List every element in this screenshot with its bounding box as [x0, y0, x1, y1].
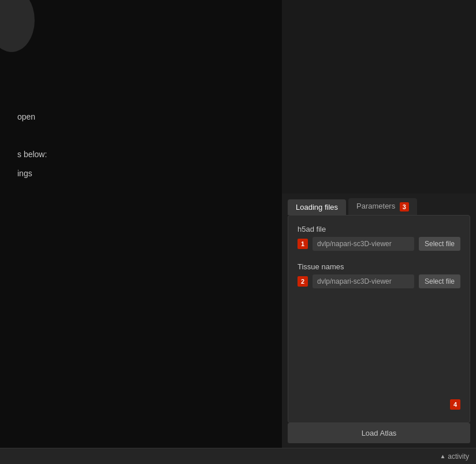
h5ad-label: h5ad file [298, 225, 460, 233]
plugin-panel-inner: h5ad file 1 dvlp/napari-sc3D-viewer Sele… [298, 225, 460, 410]
left-circle-decoration [0, 0, 35, 52]
right-panel: Loading files Parameters 3 h5ad file 1 d… [282, 0, 476, 448]
tab-parameters[interactable]: Parameters 3 [348, 198, 417, 215]
load-atlas-button[interactable]: Load Atlas [288, 423, 470, 443]
activity-label: activity [448, 452, 469, 461]
tissue-path: dvlp/napari-sc3D-viewer [313, 274, 414, 288]
h5ad-badge: 1 [298, 239, 308, 249]
tissue-input-row: 2 dvlp/napari-sc3D-viewer Select file [298, 274, 460, 288]
text-open: open [17, 110, 265, 124]
activity-chevron-icon: ▲ [440, 453, 445, 459]
file-row-h5ad: h5ad file 1 dvlp/napari-sc3D-viewer Sele… [298, 225, 460, 251]
activity-bar: ▲ activity [0, 448, 476, 464]
activity-item[interactable]: ▲ activity [440, 452, 469, 461]
tissue-select-button[interactable]: Select file [419, 274, 460, 288]
panel-badge-4-container: 4 [298, 394, 460, 410]
h5ad-select-button[interactable]: Select file [419, 237, 460, 251]
left-panel: open s below: ings [0, 0, 282, 448]
text-below: s below: [17, 147, 265, 162]
left-text-area: open s below: ings [17, 110, 265, 181]
tab-loading-files[interactable]: Loading files [288, 199, 346, 215]
main-container: open s below: ings Loading files Paramet… [0, 0, 476, 448]
text-ings: ings [17, 166, 265, 181]
panel-badge-4: 4 [450, 399, 460, 410]
panel-spacer [298, 300, 460, 394]
tab-bar: Loading files Parameters 3 [282, 194, 476, 215]
plugin-panel: h5ad file 1 dvlp/napari-sc3D-viewer Sele… [288, 215, 470, 423]
file-row-tissue: Tissue names 2 dvlp/napari-sc3D-viewer S… [298, 262, 460, 288]
h5ad-input-row: 1 dvlp/napari-sc3D-viewer Select file [298, 237, 460, 251]
tissue-badge: 2 [298, 276, 308, 287]
h5ad-path: dvlp/napari-sc3D-viewer [313, 237, 414, 251]
right-top-area [282, 0, 476, 194]
load-atlas-bar: Load Atlas [288, 423, 470, 443]
tissue-label: Tissue names [298, 262, 460, 271]
parameters-badge: 3 [400, 202, 409, 211]
